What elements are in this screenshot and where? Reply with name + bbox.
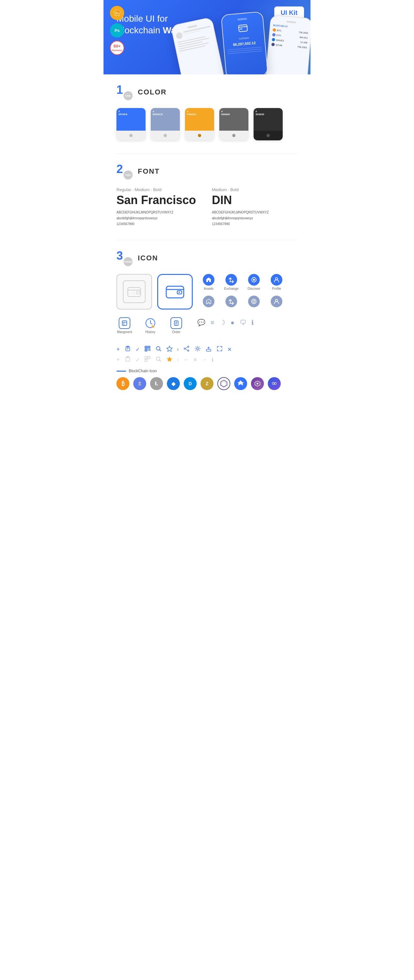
screens-badge: 60+ Screens [110,41,124,55]
icon-order: Order [168,317,184,334]
waves-icon: ◆ [167,377,180,390]
svg-point-15 [253,279,255,281]
font-section-header: 2 TWO FONT [116,163,298,180]
icon-assets-outline [201,296,217,307]
color-section-header: 1 ONE COLOR [116,84,298,100]
upload-icon [205,345,212,353]
profile-icon [271,274,282,286]
chevron-left-icon: ‹ [177,347,179,352]
svg-point-63 [156,357,160,361]
svg-rect-20 [122,321,127,325]
net-icon [217,377,230,390]
color-section-title: COLOR [138,88,167,96]
wallet-icon-wireframe [116,274,152,310]
check-icon-gray: ✓ [135,357,140,363]
svg-rect-41 [145,350,146,351]
blockchain-label: BlockChain Icon [116,369,298,373]
svg-rect-6 [240,28,242,30]
forward-icon-gray: → [202,357,207,363]
ps-badge: Ps [110,23,124,38]
svg-line-54 [185,349,188,350]
blockchain-line [116,371,126,372]
svg-point-51 [184,348,185,349]
action-icons-colored: + ✓ [116,345,298,353]
ark-icon [234,377,247,390]
svg-rect-61 [148,356,150,359]
chat-icon: 🗨 [240,319,246,326]
icon-management: Mangment [116,317,132,334]
cross-icon-gray: ✕ [193,357,197,363]
svg-rect-56 [206,349,211,351]
icon-profile-outline [269,296,285,307]
svg-marker-66 [237,380,244,385]
circle-icon: ● [231,319,234,326]
color-swatch-dark: #303030 [253,108,283,140]
icon-history: History [142,317,158,334]
exchange-outline-icon [225,296,237,307]
svg-rect-60 [145,356,147,359]
star-icon-active [166,356,173,364]
discover-icon [248,274,260,286]
color-swatch-blue: #3574FA [116,108,145,140]
clipboard-icon [124,345,131,353]
icon-section: 3 THREE ICON [116,250,298,390]
icon-exchange-outline [223,296,239,307]
assets-outline-icon [203,296,215,307]
svg-point-55 [197,348,199,350]
order-icon [170,317,182,329]
crypto-icons-row: ₿ Ξ Ł ◆ D Z [116,377,298,390]
sf-lowercase: abcdefghijklmnopqrstuvwxyz [116,215,202,221]
din-uppercase: ABCDEFGHIJKLMNOPQRSTUVWXYZ [212,210,298,215]
icon-section-title: ICON [138,254,158,262]
info-icon: ℹ [251,318,254,326]
svg-text:Sk: Sk [115,12,119,14]
color-swatches-container: #3574FA #8DA0C8 #F5A623 #666666 [116,108,298,140]
svg-point-27 [153,325,154,326]
color-swatch-orange: #F5A623 [185,108,214,140]
svg-point-52 [188,350,189,351]
check-icon: ✓ [135,347,140,353]
chevron-left-icon-gray: ‹ [177,357,179,363]
svg-rect-43 [149,349,150,350]
svg-line-64 [159,360,161,361]
svg-rect-39 [148,347,150,348]
svg-rect-42 [148,349,148,350]
icon-profile: Profile [269,274,285,290]
svg-line-53 [185,347,188,348]
svg-point-50 [188,346,189,347]
icon-exchange: Exchange [223,274,239,290]
font-section-number: 2 TWO [116,163,132,180]
svg-point-13 [178,292,180,293]
hero-badges: Sk Ps 60+ Screens [110,6,124,55]
info-icon-gray: ℹ [212,357,213,363]
moon-icon: ☽ [220,318,225,326]
share-icon [183,345,190,353]
ltc-icon: Ł [150,377,163,390]
svg-point-68 [274,383,275,384]
icon-section-number: 3 THREE [116,250,132,266]
dash-icon: D [184,377,197,390]
icon-discover-outline [246,296,262,307]
font-grid: Regular · Medium · Bold San Francisco AB… [116,187,298,227]
svg-rect-46 [150,349,150,351]
font-sf: Regular · Medium · Bold San Francisco AB… [116,187,202,227]
svg-point-47 [156,347,160,350]
svg-marker-65 [167,356,172,362]
phone-mockup-1 [170,17,225,75]
stack-icon: ≡ [210,319,215,326]
svg-point-25 [152,325,153,326]
icon-section-header: 3 THREE ICON [116,250,298,266]
qtum-icon [251,377,264,390]
svg-point-18 [253,301,255,302]
star-icon [166,345,173,353]
svg-rect-62 [145,360,147,361]
history-icon [145,317,156,329]
management-icon [119,317,131,329]
matic-icon [268,377,281,390]
svg-point-26 [153,325,153,326]
svg-rect-5 [238,25,247,32]
settings-icon [194,345,201,353]
color-section-number: 1 ONE [116,84,132,100]
sketch-badge: Sk [110,6,124,20]
din-lowercase: abcdefghijklmnopqrstuvwxyz [212,215,298,221]
